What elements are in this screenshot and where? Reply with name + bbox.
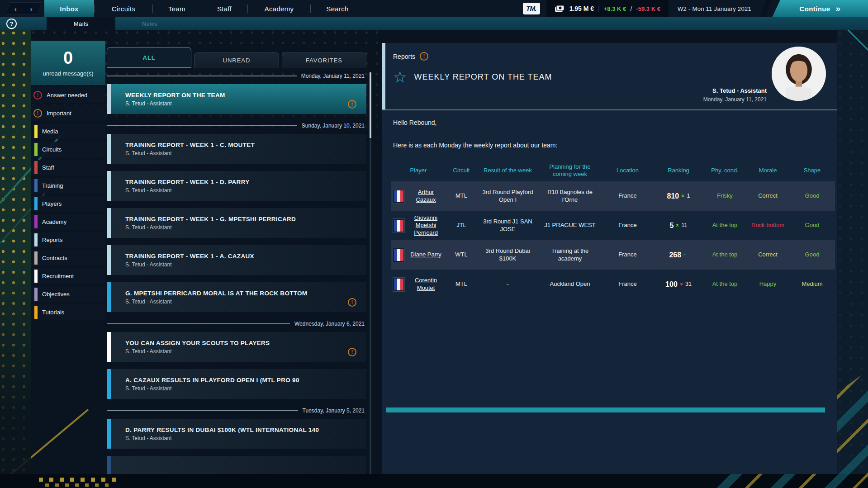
mail-sender: S. Tetud - Assistant — [125, 100, 225, 107]
double-chevron-icon: » — [836, 4, 841, 14]
mail-list-scrollbar[interactable] — [370, 72, 371, 474]
tm-logo[interactable]: TM. — [523, 3, 540, 14]
table-header-row: Player Circuit Result of the week Planni… — [391, 160, 835, 181]
mail-item[interactable] — [107, 456, 366, 474]
filter-recruitment[interactable]: Recruitment — [31, 268, 105, 284]
flag-france-icon — [393, 190, 404, 203]
separator-date: Monday, January 11, 2021 — [301, 73, 365, 79]
continue-button[interactable]: Continue » — [772, 0, 868, 17]
mail-texts: TRAINING REPORT - WEEK 1 - A. CAZAUX S. … — [111, 245, 254, 275]
mail-sender: S. Tetud - Assistant — [125, 385, 299, 392]
tab-inbox[interactable]: Inbox — [44, 0, 94, 17]
player-link[interactable]: Giovanni Mpetshi Perricard — [408, 214, 444, 237]
ranking-cell: 810 » 1 — [654, 181, 703, 211]
filter-players[interactable]: Players — [31, 196, 105, 212]
mail-item[interactable]: G. MPETSHI PERRICARD MORAL IS AT THE ROC… — [107, 282, 366, 312]
tab-academy[interactable]: Academy — [248, 0, 310, 17]
table-row: Giovanni Mpetshi Perricard JTL 3rd Round… — [391, 211, 835, 240]
weekly-expense: -59.3 K € — [636, 5, 660, 12]
back-button[interactable]: ‹ — [14, 5, 17, 13]
tab-staff[interactable]: Staff — [201, 0, 247, 17]
phy-cond-cell: At the top — [703, 211, 746, 240]
mail-accent-bar — [107, 84, 111, 114]
filter-objectives[interactable]: Objectives — [31, 286, 105, 302]
avatar-portrait — [772, 47, 826, 101]
tab-unread[interactable]: UNREAD — [194, 52, 279, 68]
player-cell: Diane Parry — [391, 240, 446, 270]
mail-item[interactable]: WEEKLY REPORT ON THE TEAM S. Tetud - Ass… — [107, 84, 366, 114]
mail-item[interactable]: D. PARRY RESULTS IN DUBAI $100K (WTL INT… — [107, 419, 366, 449]
favorite-star-icon[interactable]: ☆ — [393, 69, 407, 85]
mail-item[interactable]: YOU CAN ASSIGN YOUR SCOUTS TO PLAYERS S.… — [107, 332, 366, 362]
mail-texts: WEEKLY REPORT ON THE TEAM S. Tetud - Ass… — [111, 84, 225, 114]
filter-important[interactable]: ! Important — [31, 105, 105, 121]
filter-training[interactable]: Training — [31, 178, 105, 194]
finance-summary[interactable]: 1.95 M € | +8.3 K € / -59.3 K € — [546, 0, 669, 17]
mail-accent-bar — [107, 332, 111, 362]
mail-title: YOU CAN ASSIGN YOUR SCOUTS TO PLAYERS — [125, 340, 270, 346]
mail-item[interactable]: TRAINING REPORT - WEEK 1 - D. PARRY S. T… — [107, 171, 366, 201]
trend-none-icon: - — [683, 251, 685, 258]
mail-accent-bar — [107, 419, 111, 449]
col-shape: Shape — [789, 160, 835, 181]
date-separator: Wednesday, January 6, 2021 — [107, 319, 366, 328]
separator-line — [107, 410, 298, 411]
morale-cell: Happy — [746, 270, 789, 299]
filter-answer-needed[interactable]: ! Answer needed — [31, 87, 105, 103]
player-link[interactable]: Diane Parry — [408, 251, 444, 258]
forward-button[interactable]: › — [30, 5, 33, 13]
table-row: Corentin Moutet MTL - Auckland Open Fran… — [391, 270, 835, 299]
mail-texts: TRAINING REPORT - WEEK 1 - G. MPETSHI PE… — [111, 208, 296, 238]
category-color-bar — [34, 125, 38, 138]
location-cell: France — [602, 211, 654, 240]
scrollbar-thumb[interactable] — [370, 72, 371, 138]
date-separator: Tuesday, January 5, 2021 — [107, 406, 366, 415]
sender-name: S. Tetud - Assistant — [703, 86, 767, 95]
mail-item[interactable]: TRAINING REPORT - WEEK 1 - A. CAZAUX S. … — [107, 245, 366, 275]
tab-news[interactable]: News — [115, 17, 184, 30]
tab-search[interactable]: Search — [311, 0, 364, 17]
tab-mails[interactable]: Mails — [47, 17, 115, 30]
filter-media[interactable]: Media — [31, 123, 105, 139]
separator-date: Wednesday, January 6, 2021 — [294, 321, 365, 327]
tab-all[interactable]: ALL — [107, 47, 191, 68]
mail-item[interactable]: TRAINING REPORT - WEEK 1 - C. MOUTET S. … — [107, 134, 366, 164]
tab-team[interactable]: Team — [153, 0, 201, 17]
tab-circuits[interactable]: Circuits — [95, 0, 152, 17]
sender-avatar[interactable] — [772, 47, 826, 101]
trend-up-icon: » — [679, 194, 687, 198]
mail-accent-bar — [107, 369, 111, 399]
reading-pane-accent-bar — [382, 43, 385, 110]
mail-item[interactable]: TRAINING REPORT - WEEK 1 - G. MPETSHI PE… — [107, 208, 366, 238]
left-decor-fade — [0, 253, 31, 488]
ranking-cell: 5 » 11 — [654, 211, 703, 240]
filter-label: Media — [42, 128, 58, 135]
help-icon[interactable]: ? — [6, 19, 17, 29]
col-phy-cond: Phy. cond. — [703, 160, 746, 181]
category-color-bar — [34, 161, 38, 174]
circuit-cell: JTL — [446, 211, 477, 240]
player-link[interactable]: Corentin Moutet — [408, 277, 444, 292]
location-cell: France — [602, 181, 654, 211]
sender-block: S. Tetud - Assistant Monday, January 11,… — [703, 86, 767, 104]
filter-reports[interactable]: Reports — [31, 232, 105, 248]
filter-tutorials[interactable]: Tutorials — [31, 304, 105, 320]
player-cell: Corentin Moutet — [391, 270, 446, 299]
tab-favorites[interactable]: FAVORITES — [282, 52, 366, 68]
important-icon: ! — [348, 298, 356, 307]
shape-cell: Good — [789, 181, 835, 211]
separator-line — [107, 76, 297, 76]
mail-accent-bar — [107, 134, 111, 164]
alert-icon: ! — [33, 91, 42, 99]
mail-category-row: Reports ! — [393, 52, 428, 61]
mail-accent-bar — [107, 245, 111, 275]
player-link[interactable]: Arthur Cazaux — [408, 189, 444, 204]
filter-academy[interactable]: Academy — [31, 214, 105, 230]
ranking-change: 31 — [685, 281, 692, 288]
mail-item[interactable]: A. CAZAUX RESULTS IN PLAYFORD OPEN I (MT… — [107, 369, 366, 399]
filter-staff[interactable]: Staff — [31, 160, 105, 175]
filter-label: Important — [47, 110, 71, 117]
filter-contracts[interactable]: Contracts — [31, 250, 105, 266]
filter-circuits[interactable]: Circuits — [31, 142, 105, 157]
date-separator: Sunday, January 10, 2021 — [107, 121, 366, 130]
